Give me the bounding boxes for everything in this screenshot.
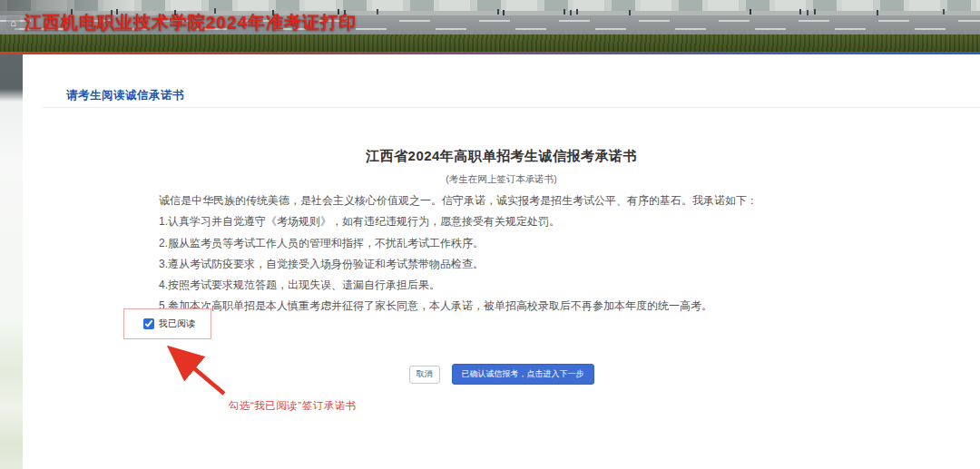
campus-banner: ⌂ 江西机电职业技术学院2024年准考证打印 [0,0,980,52]
commitment-item-5: 5.参加本次高职单招是本人慎重考虑并征得了家长同意，本人承诺，被单招高校录取后不… [159,296,848,317]
i-have-read-label[interactable]: 我已阅读 [159,318,195,330]
home-icon[interactable]: ⌂ [6,16,20,30]
commitment-title: 江西省2024年高职单招考生诚信报考承诺书 [23,148,980,165]
page-title: 江西机电职业技术学院2024年准考证打印 [24,11,357,34]
content-panel: 请考生阅读诚信承诺书 江西省2024年高职单招考生诚信报考承诺书 (考生在网上签… [23,54,980,469]
confirm-next-step-button[interactable]: 已确认诚信报考，点击进入下一步 [452,364,594,385]
commitment-subtitle: (考生在网上签订本承诺书) [23,173,980,186]
cancel-button[interactable]: 取消 [409,366,440,384]
commitment-item-1: 1.认真学习并自觉遵守《考场规则》，如有违纪违规行为，愿意接受有关规定处罚。 [159,211,848,232]
commitment-item-3: 3.遵从考试防疫要求，自觉接受入场身份验证和考试禁带物品检查。 [159,254,848,275]
commitment-body: 诚信是中华民族的传统美德，是社会主义核心价值观之一。信守承诺，诚实报考是招生考试… [159,191,848,318]
commitment-item-4: 4.按照考试要求规范答题，出现失误、遗漏自行承担后果。 [159,275,848,296]
banner-buildings [0,0,980,11]
consent-highlight-box: 我已阅读 [123,308,211,339]
section-divider [43,107,980,108]
banner-people [0,0,2,5]
banner-grass [0,34,980,52]
i-have-read-checkbox[interactable] [143,318,154,329]
annotation-text: 勾选“我已阅读”签订承诺书 [229,399,357,413]
section-heading: 请考生阅读诚信承诺书 [66,88,184,103]
commitment-item-2: 2.服从监考员等考试工作人员的管理和指挥，不扰乱考试工作秩序。 [159,233,848,254]
background-photo-strip [0,54,23,469]
commitment-intro: 诚信是中华民族的传统美德，是社会主义核心价值观之一。信守承诺，诚实报考是招生考试… [159,191,848,211]
annotation-arrow [150,337,236,401]
